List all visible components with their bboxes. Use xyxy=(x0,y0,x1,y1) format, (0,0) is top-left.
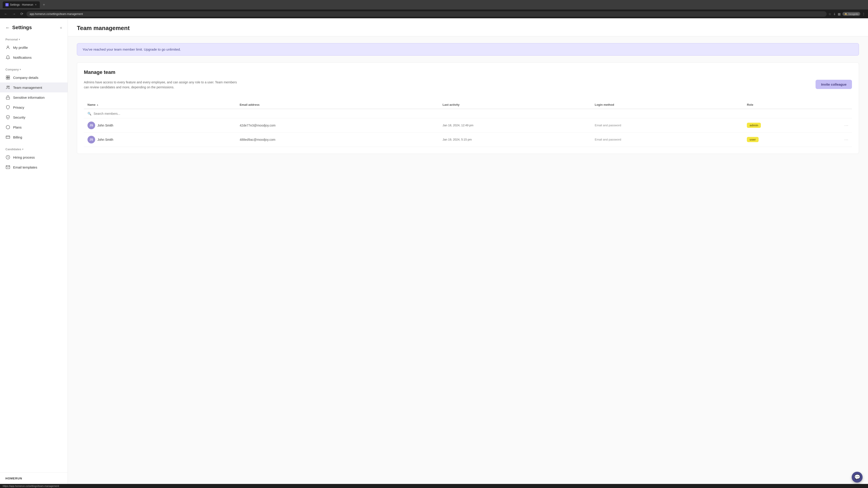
col-header-email: Email address xyxy=(240,103,442,106)
member-name-cell: JS John Smith xyxy=(88,122,240,129)
col-activity-label: Last activity xyxy=(442,103,460,106)
col-header-login: Login method xyxy=(595,103,747,106)
alert-text: You've reached your team member limit. U… xyxy=(83,47,853,51)
avatar: JS xyxy=(88,136,95,143)
browser-tab[interactable]: H Settings · Homerun × xyxy=(3,1,40,8)
person-icon xyxy=(5,45,10,50)
tab-title: Settings · Homerun xyxy=(10,3,33,6)
svg-rect-1 xyxy=(6,76,8,77)
chat-widget-button[interactable]: 💬 xyxy=(852,472,863,483)
sidebar-item-billing[interactable]: Billing xyxy=(0,132,68,142)
invite-colleague-button[interactable]: Invite colleague xyxy=(815,80,852,89)
sidebar-item-plans[interactable]: Plans xyxy=(0,122,68,132)
row-actions[interactable]: ⋯ xyxy=(844,123,848,128)
company-section-label: Company xyxy=(5,68,19,71)
company-details-label: Company details xyxy=(13,76,38,79)
col-login-label: Login method xyxy=(595,103,614,106)
sidebar-item-notifications[interactable]: Notifications xyxy=(0,53,68,62)
col-role-label: Role xyxy=(747,103,753,106)
member-last-activity: Jan 18, 2024, 12:49 pm xyxy=(442,124,595,127)
sidebar-item-email-templates[interactable]: Email templates xyxy=(0,162,68,172)
section-company: Company ▾ xyxy=(0,65,68,72)
svg-point-0 xyxy=(7,46,9,47)
forward-button[interactable]: → xyxy=(11,11,17,17)
company-section-arrow: ▾ xyxy=(20,68,21,71)
candidates-section-label: Candidates xyxy=(5,148,21,151)
homerun-logo: HOMERUN xyxy=(5,477,22,480)
sidebar-item-my-profile[interactable]: My profile xyxy=(0,42,68,53)
sidebar-item-company-details[interactable]: Company details xyxy=(0,72,68,83)
svg-rect-8 xyxy=(6,136,10,138)
svg-point-6 xyxy=(8,86,9,87)
candidates-section-arrow: ▾ xyxy=(22,148,23,151)
sidebar-scroll: Personal ▾ My profile Notifications Comp… xyxy=(0,35,68,473)
sidebar-back-button[interactable]: ← Settings xyxy=(5,25,32,31)
alert-banner: You've reached your team member limit. U… xyxy=(77,43,859,56)
hiring-icon xyxy=(5,155,10,160)
app-container: ← Settings « Personal ▾ My profile xyxy=(0,18,868,484)
member-name: John Smith xyxy=(97,124,113,127)
member-name-cell: JS John Smith xyxy=(88,136,240,143)
security-label: Security xyxy=(13,116,25,119)
personal-section-label: Personal xyxy=(5,38,18,41)
page-title: Team management xyxy=(77,25,859,32)
browser-titlebar: H Settings · Homerun × + xyxy=(0,0,868,9)
back-button[interactable]: ← xyxy=(3,11,9,17)
sidebar: ← Settings « Personal ▾ My profile xyxy=(0,18,68,484)
svg-rect-3 xyxy=(6,78,8,79)
plans-label: Plans xyxy=(13,125,22,129)
notifications-label: Notifications xyxy=(13,56,32,59)
svg-rect-2 xyxy=(8,76,10,77)
sensitive-info-label: Sensitive information xyxy=(13,96,44,99)
tab-close-button[interactable]: × xyxy=(35,3,37,7)
sidebar-item-security[interactable]: Security xyxy=(0,112,68,122)
split-view-icon[interactable]: ▦ xyxy=(838,12,841,16)
sidebar-item-team-management[interactable]: Team management xyxy=(0,83,68,92)
address-text: app.homerun.co/settings/team-management xyxy=(30,12,824,15)
member-last-activity: Jan 19, 2024, 5:15 pm xyxy=(442,138,595,141)
manage-team-section: Manage team Admins have access to every … xyxy=(77,62,859,154)
bell-icon xyxy=(5,55,10,60)
bookmark-icon[interactable]: ☆ xyxy=(829,12,831,16)
member-name: John Smith xyxy=(97,138,113,141)
team-management-label: Team management xyxy=(13,86,42,90)
reload-button[interactable]: ⟳ xyxy=(19,11,25,17)
back-arrow-icon: ← xyxy=(5,25,10,30)
email-icon xyxy=(5,165,10,170)
sort-icon-name: ▲ xyxy=(96,103,98,106)
download-icon[interactable]: ⇓ xyxy=(833,12,836,16)
new-tab-button[interactable]: + xyxy=(41,2,46,7)
search-input[interactable] xyxy=(94,112,848,116)
menu-icon[interactable]: ⋮ xyxy=(862,12,865,16)
table-row: JS John Smith 488ed9ac@moodjoy.com Jan 1… xyxy=(84,133,852,147)
address-bar[interactable]: app.homerun.co/settings/team-management xyxy=(26,11,827,17)
chat-icon: 💬 xyxy=(854,474,860,480)
section-personal: Personal ▾ xyxy=(0,35,68,42)
sidebar-footer: HOMERUN xyxy=(0,473,68,484)
sidebar-item-hiring-process[interactable]: Hiring process xyxy=(0,152,68,162)
personal-section-arrow: ▾ xyxy=(19,38,20,41)
tab-favicon: H xyxy=(5,3,8,6)
svg-rect-7 xyxy=(6,97,10,99)
member-email: 42de77e3@moodjoy.com xyxy=(240,124,442,127)
col-name-label: Name xyxy=(88,103,95,106)
sidebar-item-privacy[interactable]: Privacy xyxy=(0,102,68,112)
main-content: Team management You've reached your team… xyxy=(68,18,868,484)
sidebar-item-sensitive-information[interactable]: Sensitive information xyxy=(0,92,68,102)
manage-team-description: Admins have access to every feature and … xyxy=(84,80,242,90)
sidebar-title: Settings xyxy=(12,25,32,31)
lock-icon xyxy=(5,95,10,100)
status-url: https://app.homerun.co/settings/team-man… xyxy=(3,485,59,487)
status-bar: https://app.homerun.co/settings/team-man… xyxy=(0,484,868,488)
col-header-role: Role xyxy=(747,103,848,106)
row-actions[interactable]: ⋯ xyxy=(844,137,848,142)
browser-icons: ☆ ⇓ ▦ 🕵 Incognito ⋮ xyxy=(829,12,865,16)
svg-rect-4 xyxy=(8,78,10,79)
content-header: Team management xyxy=(68,18,868,36)
hiring-process-label: Hiring process xyxy=(13,156,35,159)
table-row: JS John Smith 42de77e3@moodjoy.com Jan 1… xyxy=(84,119,852,133)
table-header: Name ▲ Email address Last activity Login… xyxy=(84,101,852,109)
security-icon xyxy=(5,115,10,120)
sidebar-collapse-button[interactable]: « xyxy=(60,25,62,30)
plans-icon xyxy=(5,125,10,130)
